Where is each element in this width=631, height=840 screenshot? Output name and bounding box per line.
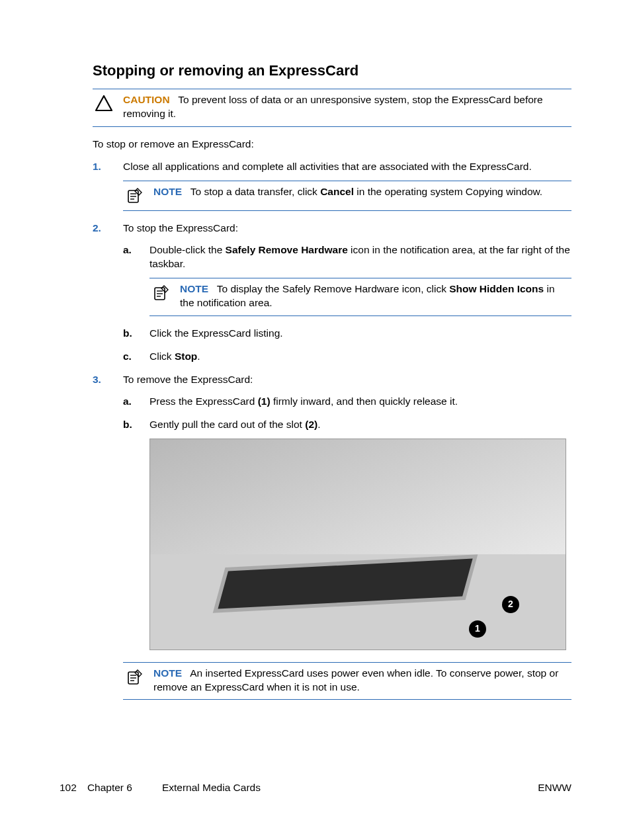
- step-2c-after: .: [197, 351, 200, 362]
- footer-right: ENWW: [538, 781, 571, 795]
- step-2a-note: NOTE To display the Safely Remove Hardwa…: [149, 278, 571, 316]
- step-3a: a. Press the ExpressCard (1) firmly inwa…: [123, 395, 571, 409]
- step-2b-text: Click the ExpressCard listing.: [149, 327, 283, 339]
- step-1: 1. Close all applications and complete a…: [93, 160, 571, 211]
- caution-text: To prevent loss of data or an unresponsi…: [123, 94, 543, 119]
- step-3a-after: firmly inward, and then quickly release …: [271, 396, 458, 407]
- final-note: NOTE An inserted ExpressCard uses power …: [123, 662, 571, 700]
- step-2a-before: Double-click the: [149, 244, 226, 255]
- note2-before: To display the Safely Remove Hardware ic…: [217, 283, 449, 294]
- step-2-text: To stop the ExpressCard:: [123, 222, 238, 233]
- final-note-label: NOTE: [153, 667, 182, 679]
- step-1-text: Close all applications and complete all …: [123, 161, 532, 172]
- step-3b: b. Gently pull the card out of the slot …: [123, 418, 571, 650]
- footer-title: External Media Cards: [162, 781, 261, 795]
- caution-icon: [93, 93, 115, 112]
- step-1-note: NOTE To stop a data transfer, click Canc…: [123, 181, 571, 211]
- note-icon: [123, 185, 146, 205]
- step-3a-bold: (1): [258, 396, 271, 407]
- illustration-badge-1: 1: [469, 620, 486, 638]
- illustration-badge-2: 2: [502, 596, 519, 613]
- step-2-marker: 2.: [93, 222, 101, 235]
- note-text-after: in the operating system Copying window.: [354, 186, 542, 197]
- note-icon: [123, 667, 146, 687]
- step-3-text: To remove the ExpressCard:: [123, 374, 253, 385]
- step-2b: b. Click the ExpressCard listing.: [123, 327, 571, 341]
- step-2c: c. Click Stop.: [123, 350, 571, 364]
- step-2c-bold: Stop: [175, 351, 197, 362]
- note-text-before: To stop a data transfer, click: [190, 186, 320, 197]
- intro-text: To stop or remove an ExpressCard:: [93, 138, 571, 151]
- step-2: 2. To stop the ExpressCard: a. Double-cl…: [93, 222, 571, 363]
- note2-bold: Show Hidden Icons: [449, 283, 544, 294]
- final-note-text: An inserted ExpressCard uses power even …: [153, 667, 558, 693]
- note-text-bold: Cancel: [320, 186, 354, 197]
- step-2c-marker: c.: [123, 350, 132, 364]
- step-3b-bold: (2): [305, 419, 317, 430]
- note-label: NOTE: [180, 283, 208, 294]
- step-1-marker: 1.: [93, 160, 101, 174]
- caution-callout: CAUTION To prevent loss of data or an un…: [93, 89, 571, 127]
- step-2a-marker: a.: [123, 243, 132, 257]
- step-3b-after: .: [317, 419, 320, 430]
- footer-chapter: Chapter 6: [87, 781, 132, 795]
- step-2c-before: Click: [149, 351, 175, 362]
- note-label: NOTE: [153, 186, 182, 197]
- step-3-marker: 3.: [93, 373, 101, 387]
- step-2a-bold: Safely Remove Hardware: [226, 244, 348, 255]
- caution-label: CAUTION: [123, 94, 170, 105]
- page-footer: 102 Chapter 6 External Media Cards ENWW: [60, 781, 571, 795]
- note-icon: [149, 282, 172, 302]
- expresscard-illustration: 1 2: [149, 439, 566, 650]
- step-3b-marker: b.: [123, 418, 132, 432]
- step-3a-marker: a.: [123, 395, 132, 409]
- page-heading: Stopping or removing an ExpressCard: [93, 61, 571, 81]
- step-2a: a. Double-click the Safely Remove Hardwa…: [123, 243, 571, 316]
- step-3: 3. To remove the ExpressCard: a. Press t…: [93, 373, 571, 650]
- step-2b-marker: b.: [123, 327, 132, 341]
- step-3a-before: Press the ExpressCard: [149, 396, 258, 407]
- step-3b-before: Gently pull the card out of the slot: [149, 419, 305, 430]
- footer-page-number: 102: [60, 781, 77, 795]
